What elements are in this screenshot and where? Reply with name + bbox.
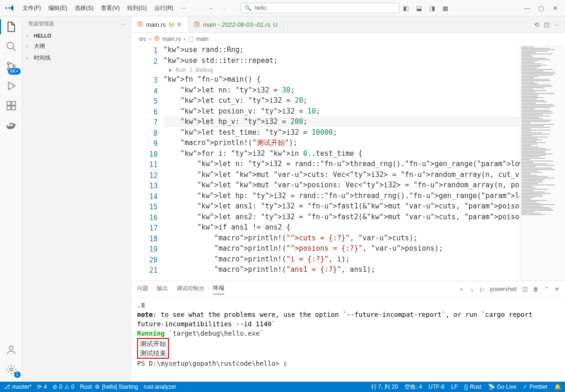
svg-point-1: [7, 62, 9, 65]
eol[interactable]: LF: [451, 383, 458, 391]
scm-badge: 6K+: [8, 68, 20, 75]
terminal-content[interactable]: .8 note: to see what the problems were, …: [131, 298, 565, 382]
git-branch[interactable]: ⎇ master*: [4, 384, 31, 390]
maximize-panel-icon[interactable]: ⌃: [544, 286, 549, 292]
notifications-icon[interactable]: 🔔: [554, 383, 561, 391]
menu-view[interactable]: 查看(V): [97, 2, 123, 14]
menu-bar: 文件(F) 编辑(E) 选择(S) 查看(V) 转到(G) 运行(R) ···: [19, 2, 190, 14]
scm-icon[interactable]: 6K+: [5, 60, 18, 73]
command-center[interactable]: 🔍 hello: [240, 3, 400, 13]
go-live[interactable]: 📡 Go Live: [488, 383, 516, 391]
kill-terminal-icon[interactable]: 🗑: [533, 286, 539, 292]
panel-tab-debug-console[interactable]: 调试控制台: [176, 284, 205, 294]
maximize-button[interactable]: ▢: [535, 2, 547, 14]
editor-tabs: Ⓡ main.rs M ✕ Ⓡ main - 2022-08-03--01.rs…: [131, 16, 565, 33]
menu-goto[interactable]: 转到(G): [123, 2, 150, 14]
language-mode[interactable]: {} Rust: [464, 383, 481, 391]
new-terminal-icon[interactable]: ＋: [458, 285, 464, 293]
menu-file[interactable]: 文件(F): [19, 2, 45, 14]
close-panel-icon[interactable]: ✕: [555, 286, 559, 292]
minimize-button[interactable]: —: [521, 2, 533, 14]
terminal-shell-icon: ▷: [480, 286, 484, 292]
tab-more-icon[interactable]: ···: [554, 21, 559, 28]
layout-bottom-icon[interactable]: ⬓: [413, 2, 425, 14]
sidebar-more-icon[interactable]: ···: [121, 21, 125, 27]
tab-untracked-indicator: U: [273, 21, 277, 28]
nav-back-icon[interactable]: ←: [208, 5, 214, 12]
timeline-section[interactable]: ›时间线: [23, 52, 131, 64]
explorer-icon[interactable]: [5, 20, 18, 33]
terminal-line: note: to see what the problems were, use…: [137, 310, 559, 329]
extensions-icon[interactable]: [5, 99, 18, 112]
docker-icon[interactable]: [5, 119, 18, 132]
breadcrumb[interactable]: src › Ⓡ main.rs › ⬚ main: [131, 33, 565, 45]
tab-mod-indicator: M: [169, 21, 174, 28]
layout-left-icon[interactable]: ◧: [400, 2, 412, 14]
problems-count[interactable]: ⊘ 0 ⚠ 0: [53, 384, 74, 390]
terminal-prompt: PS D:\mysetup\gopath\rustcode\hello> ▯: [137, 359, 559, 368]
tab-label: main - 2022-08-03--01.rs: [203, 21, 270, 28]
minimap[interactable]: [520, 45, 565, 281]
sidebar-header: 资源管理器 ···: [23, 16, 131, 31]
window-controls: — ▢ ✕: [521, 2, 561, 14]
layout-grid-icon[interactable]: ▦: [439, 2, 451, 14]
menu-edit[interactable]: 编辑(E): [45, 2, 71, 14]
bc-symbol[interactable]: main: [196, 36, 208, 42]
tab-main-backup[interactable]: Ⓡ main - 2022-08-03--01.rs U: [188, 16, 283, 32]
encoding[interactable]: UTF-8: [428, 383, 444, 391]
sidebar-title: 资源管理器: [28, 20, 54, 27]
bc-file[interactable]: main.rs: [162, 36, 181, 42]
rust-analyzer[interactable]: rust-analyzer: [144, 384, 176, 390]
cursor-position[interactable]: 行 7, 列 20: [371, 383, 398, 391]
tab-close-icon[interactable]: ✕: [176, 21, 182, 28]
menu-select[interactable]: 选择(S): [71, 2, 97, 14]
terminal-dropdown-icon[interactable]: ⌄: [470, 286, 474, 292]
explorer-sidebar: 资源管理器 ··· ›HELLO ›大纲 ›时间线: [23, 16, 131, 382]
code-editor[interactable]: 123456789101112131415161718192021 "kw">u…: [131, 45, 565, 281]
prettier[interactable]: ✓ Prettier: [523, 383, 548, 391]
panel-tab-problems[interactable]: 问题: [137, 284, 148, 294]
layout-buttons: ◧ ⬓ ◨ ▦: [400, 2, 451, 14]
nav-forward-icon[interactable]: →: [220, 5, 226, 12]
rust-file-icon: Ⓡ: [194, 20, 200, 29]
terminal-shell-label[interactable]: powershell: [490, 286, 517, 292]
panel-tab-terminal[interactable]: 终端: [213, 284, 224, 294]
menu-run[interactable]: 运行(R): [151, 2, 177, 14]
activity-bar: 6K+ 1: [0, 16, 23, 382]
menu-more[interactable]: ···: [177, 2, 190, 14]
layout-right-icon[interactable]: ◨: [426, 2, 438, 14]
split-editor-icon[interactable]: ◫: [544, 21, 550, 28]
outline-section[interactable]: ›大纲: [23, 40, 131, 52]
debug-icon[interactable]: [5, 79, 18, 92]
code-content[interactable]: "kw">use rand::Rng;"kw">use std::iter::r…: [158, 45, 520, 281]
account-icon[interactable]: [5, 343, 18, 356]
git-sync[interactable]: ⟳ 4: [37, 384, 47, 390]
panel-tab-output[interactable]: 输出: [157, 284, 168, 294]
tab-label: main.rs: [146, 21, 166, 28]
search-icon: 🔍: [244, 5, 252, 11]
line-gutter: 123456789101112131415161718192021: [131, 45, 158, 281]
svg-point-9: [10, 368, 13, 371]
nav-arrows: ← →: [208, 5, 226, 12]
terminal-line: .8: [137, 300, 559, 310]
close-button[interactable]: ✕: [549, 2, 561, 14]
rust-status[interactable]: Rust: ⚙ [hello] Starting: [80, 384, 138, 390]
indentation[interactable]: 空格: 4: [405, 383, 422, 391]
folder-hello[interactable]: ›HELLO: [23, 31, 131, 40]
bottom-panel: 问题 输出 调试控制台 终端 ＋ ⌄ ▷ powershell ◫ 🗑 ⌃ ✕: [131, 281, 565, 382]
split-terminal-icon[interactable]: ◫: [522, 286, 527, 292]
bc-src[interactable]: src: [139, 36, 146, 42]
svg-point-8: [9, 346, 13, 350]
svg-rect-6: [12, 106, 15, 110]
search-activity-icon[interactable]: [5, 40, 18, 53]
svg-rect-7: [12, 101, 15, 105]
panel-tabs: 问题 输出 调试控制台 终端 ＋ ⌄ ▷ powershell ◫ 🗑 ⌃ ✕: [131, 281, 565, 298]
svg-point-0: [7, 42, 14, 49]
compare-icon[interactable]: ⟲: [534, 21, 539, 28]
settings-badge: 1: [14, 371, 21, 378]
tab-main-rs[interactable]: Ⓡ main.rs M ✕: [131, 16, 188, 32]
svg-point-3: [13, 65, 15, 68]
terminal-line: Running `target\debug\hello.exe`: [137, 329, 559, 338]
editor-area: Ⓡ main.rs M ✕ Ⓡ main - 2022-08-03--01.rs…: [131, 16, 565, 382]
settings-icon[interactable]: 1: [5, 363, 18, 376]
